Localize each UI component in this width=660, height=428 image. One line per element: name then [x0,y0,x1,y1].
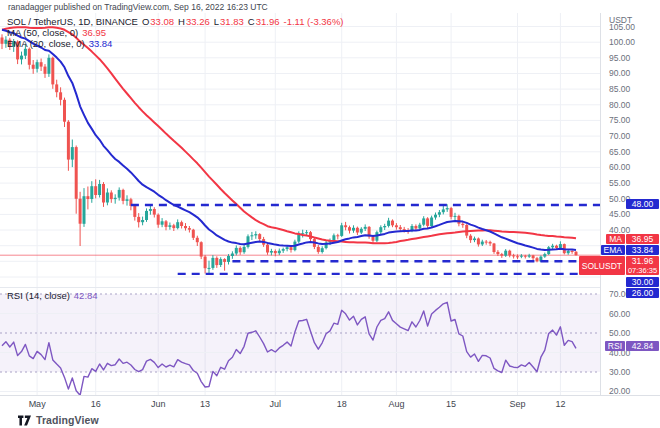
candle-body [403,229,406,230]
candle-body [1,38,4,44]
axis-label-tag: MA [606,234,625,244]
candle-body [149,209,152,211]
candle-body [372,237,375,241]
candle-body [110,193,113,200]
price-pane-canvas[interactable] [0,13,600,287]
candle-body [102,184,105,203]
footer: TradingView [18,413,99,427]
ma-legend-row[interactable]: MA (50, close, 0) 36.95 [7,27,344,38]
candle-body [24,49,27,56]
candle-body [47,58,50,74]
ohlc-open: O33.08 [142,16,174,27]
candle-body [36,62,39,69]
time-tick-jun: Jun [138,399,178,409]
price-tick: 80.00 [609,100,630,110]
ema-axis-label: EMA33.84 [601,245,659,255]
axis-label-value: 31.9607:36:35 [626,256,659,275]
candle-body [391,221,394,226]
candle-body [274,251,277,253]
candle-body [168,225,171,227]
tradingview-wordmark[interactable]: TradingView [36,414,99,426]
time-tick-jul: Jul [255,399,295,409]
symbol-title: SOL / TetherUS, 1D, BINANCE [7,16,138,27]
time-tick-16: 16 [76,399,116,409]
candle-body [430,218,433,227]
ma-legend-value: 36.95 [82,27,106,38]
price-tick: 65.00 [609,147,630,157]
ohlc-close: C31.96 [248,16,280,27]
candle-body [239,248,242,252]
candle-body [489,242,492,244]
publish-line: ranadagger published on TradingView.com,… [8,2,268,12]
pane-separator[interactable] [0,287,660,288]
candle-body [418,225,421,229]
candle-body [67,122,70,160]
change-value: -1.11 (-3.36%) [284,16,344,27]
price-tick: 55.00 [609,178,630,188]
candle-body [348,227,351,230]
level-26-axis-label: 26.00 [626,288,659,298]
ohlc-high: H33.26 [178,16,210,27]
candle-body [184,226,187,228]
price-tick: 70.00 [609,131,630,141]
price-axis[interactable]: USDT 105.00100.0095.0090.0085.0080.0075.… [600,13,660,395]
candle-body [172,225,175,228]
rsi-legend-row[interactable]: RSI (14, close) 42.84 [7,290,98,301]
axis-label-tag: EMA [601,245,625,255]
price-tick: 75.00 [609,115,630,125]
candle-body [153,209,156,215]
candle-body [75,147,78,199]
candle-body [442,209,445,212]
candle-body [387,221,390,226]
candle-body [86,196,89,199]
axis-label-value: 33.84 [626,245,659,255]
time-tick-may: May [17,399,57,409]
candle-body [200,242,203,256]
axis-label-value: 36.95 [626,234,659,244]
time-axis[interactable]: May16Jun13Jul18Aug15Sep12 [0,395,660,412]
rsi-legend-value: 42.84 [74,290,98,301]
candle-body [98,184,101,195]
ema-legend-name: EMA (20, close, 0) [7,38,85,49]
candle-body [524,256,527,257]
rsi-pane-canvas[interactable] [0,287,600,395]
candle-body [79,199,82,224]
candle-body [266,245,269,253]
axis-label-value: 30.00 [626,277,659,287]
ohlc-low: L31.83 [214,16,244,27]
candle-body [461,224,464,225]
candle-body [118,190,121,198]
candle-body [454,216,457,217]
candle-body [399,227,402,229]
candle-body [192,230,195,238]
candle-body [32,65,35,69]
candle-body [180,222,183,226]
candle-body [395,225,398,227]
candle-body [215,258,218,265]
candle-body [516,256,519,257]
candle-body [250,235,253,236]
candle-body [231,254,234,257]
symbol-legend-row[interactable]: SOL / TetherUS, 1D, BINANCE O33.08 H33.2… [7,16,344,27]
ema-legend-row[interactable]: EMA (20, close, 0) 33.84 [7,38,344,49]
candle-body [364,227,367,229]
candle-body [282,249,285,251]
candle-body [559,244,562,248]
candle-body [204,257,207,269]
candle-body [114,198,117,199]
time-tick-12: 12 [540,399,580,409]
candle-body [438,212,441,215]
candle-body [94,186,97,195]
candle-body [551,246,554,248]
axis-label-value: 48.00 [626,199,659,209]
candle-body [290,247,293,250]
ma-axis-label: MA36.95 [606,234,659,244]
candle-body [575,252,578,256]
tradingview-logo-icon[interactable] [18,415,31,426]
candle-body [106,193,109,203]
time-tick-13: 13 [185,399,225,409]
axis-label-tag: RSI [605,341,625,351]
candle-body [126,199,129,201]
axis-label-value: 42.84 [626,341,659,351]
ma50-line [2,27,576,243]
